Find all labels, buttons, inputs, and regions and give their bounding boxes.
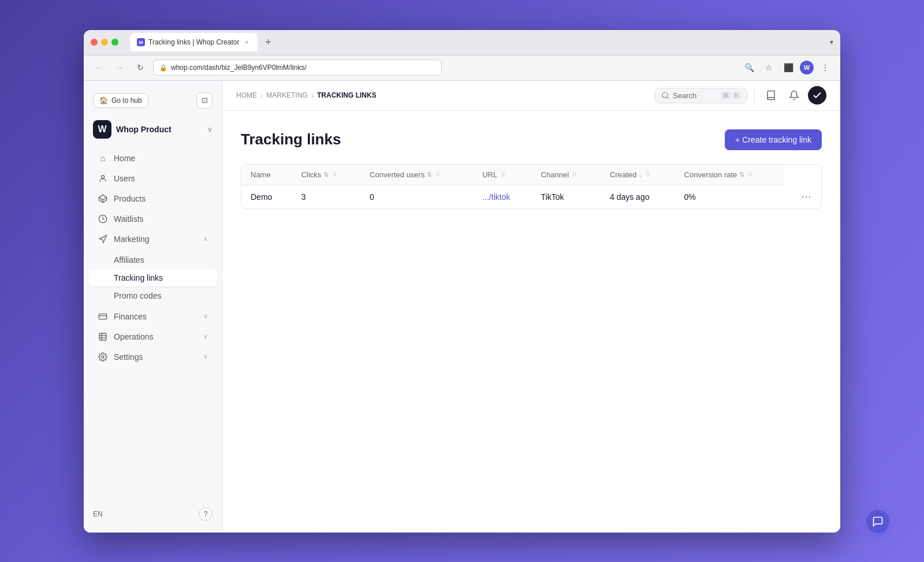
- clicks-sort-icon: ⇅: [323, 171, 329, 178]
- sidebar-item-tracking-links[interactable]: Tracking links: [88, 269, 217, 286]
- maximize-window-button[interactable]: [111, 39, 118, 46]
- cell-name: Demo: [241, 185, 292, 209]
- url-bar[interactable]: 🔒 whop.com/dash/biz_JelB9yn6VP0lmM/links…: [153, 59, 442, 76]
- sidebar-item-marketing[interactable]: Marketing ∧: [88, 229, 217, 249]
- search-box[interactable]: Search ⌘ K: [655, 88, 747, 103]
- lock-icon: 🔒: [159, 64, 167, 72]
- sidebar-toggle-icon[interactable]: ⬛: [780, 59, 796, 76]
- search-icon: [661, 91, 669, 99]
- table-header-row: Name Clicks ⇅ ⠿: [241, 165, 821, 185]
- sidebar-item-operations-label: Operations: [114, 332, 198, 341]
- tab-close-button[interactable]: ×: [243, 38, 251, 46]
- sidebar-item-products[interactable]: Products: [88, 189, 217, 209]
- sidebar-item-products-label: Products: [114, 194, 208, 203]
- clicks-grip-icon: ⠿: [332, 171, 337, 178]
- zoom-icon[interactable]: 🔍: [741, 59, 757, 76]
- sidebar-item-waitlists[interactable]: Waitlists: [88, 209, 217, 229]
- address-bar-container: ← → ↻ 🔒 whop.com/dash/biz_JelB9yn6VP0lmM…: [84, 55, 840, 81]
- cell-url[interactable]: .../tiktok: [473, 185, 531, 209]
- sidebar-collapse-button[interactable]: ⊡: [196, 92, 213, 109]
- active-tab[interactable]: M Tracking links | Whop Creator ×: [130, 33, 258, 51]
- search-shortcut: ⌘ K: [721, 92, 741, 99]
- operations-icon: [98, 332, 108, 342]
- book-icon[interactable]: [762, 86, 780, 105]
- waitlists-icon: [98, 214, 108, 224]
- sidebar-item-operations[interactable]: Operations ∨: [88, 327, 217, 347]
- settings-chevron-icon: ∨: [203, 353, 208, 360]
- url-link[interactable]: .../tiktok: [482, 192, 510, 202]
- minimize-window-button[interactable]: [101, 39, 108, 46]
- product-logo: W: [93, 120, 111, 139]
- finances-chevron-icon: ∨: [203, 312, 208, 320]
- sidebar-item-home[interactable]: ⌂ Home: [88, 148, 217, 168]
- user-avatar[interactable]: [808, 86, 826, 105]
- users-icon: [98, 173, 108, 184]
- finances-icon: [98, 311, 108, 322]
- col-conversion-rate[interactable]: Conversion rate ⇅ ⠿: [675, 165, 785, 185]
- cell-conversion-rate: 0%: [675, 185, 785, 209]
- col-converted-users[interactable]: Converted users ⇅ ⠿: [360, 165, 473, 185]
- operations-chevron-icon: ∨: [203, 333, 208, 340]
- tab-title: Tracking links | Whop Creator: [148, 38, 239, 46]
- sidebar-item-waitlists-label: Waitlists: [114, 214, 208, 224]
- shortcut-key: K: [732, 92, 741, 99]
- svg-line-14: [667, 97, 669, 99]
- menu-icon[interactable]: ⋮: [817, 59, 833, 76]
- product-selector[interactable]: W Whop Product ∨: [84, 116, 222, 143]
- svg-line-4: [99, 197, 103, 200]
- tracking-links-table: Name Clicks ⇅ ⠿: [241, 164, 822, 209]
- new-tab-button[interactable]: +: [260, 34, 276, 50]
- col-created[interactable]: Created ↓ ⠿: [601, 165, 675, 185]
- svg-line-3: [103, 197, 107, 200]
- help-button[interactable]: ?: [199, 507, 213, 521]
- sidebar-footer: EN ?: [84, 503, 222, 526]
- create-tracking-link-button[interactable]: + Create tracking link: [725, 129, 822, 150]
- converted-grip-icon: ⠿: [435, 171, 440, 178]
- sidebar-item-users[interactable]: Users: [88, 169, 217, 188]
- col-channel[interactable]: Channel ⠿: [532, 165, 601, 185]
- sidebar: 🏠 Go to hub ⊡ W Whop Product ∨ ⌂ Home: [84, 81, 222, 533]
- close-window-button[interactable]: [91, 39, 98, 46]
- converted-sort-icon: ⇅: [427, 171, 432, 178]
- sidebar-item-settings[interactable]: Settings ∨: [88, 347, 217, 367]
- conversion-sort-icon: ⇅: [739, 171, 744, 178]
- shortcut-cmd: ⌘: [721, 92, 731, 99]
- search-label: Search: [673, 91, 717, 100]
- nav-section: ⌂ Home Users: [84, 148, 222, 367]
- language-selector[interactable]: EN: [93, 510, 103, 518]
- row-actions-button[interactable]: ···: [785, 185, 821, 209]
- marketing-subitems: Affiliates Tracking links Promo codes: [84, 250, 222, 306]
- breadcrumb-marketing[interactable]: MARKETING: [266, 91, 307, 99]
- breadcrumb-home[interactable]: HOME: [236, 91, 257, 99]
- profile-badge[interactable]: W: [800, 61, 814, 75]
- addressbar-actions: 🔍 ☆ ⬛ W ⋮: [741, 59, 833, 76]
- svg-point-0: [101, 175, 104, 178]
- sidebar-item-affiliates[interactable]: Affiliates: [88, 251, 217, 269]
- affiliates-label: Affiliates: [114, 255, 144, 265]
- goto-hub-button[interactable]: 🏠 Go to hub: [93, 93, 148, 108]
- col-clicks[interactable]: Clicks ⇅ ⠿: [292, 165, 360, 185]
- channel-grip-icon: ⠿: [572, 171, 577, 178]
- products-icon: [98, 193, 108, 204]
- cell-converted-users: 0: [360, 185, 473, 209]
- goto-hub-label: Go to hub: [111, 96, 142, 105]
- tab-dropdown-button[interactable]: ▾: [830, 38, 833, 46]
- forward-button[interactable]: →: [111, 59, 128, 76]
- col-url[interactable]: URL ⠿: [473, 165, 531, 185]
- url-text: whop.com/dash/biz_JelB9yn6VP0lmM/links/: [171, 64, 307, 72]
- svg-point-13: [662, 92, 668, 98]
- reload-button[interactable]: ↻: [132, 59, 148, 76]
- page-content: Tracking links + Create tracking link Na…: [222, 111, 840, 533]
- created-sort-icon: ↓: [639, 171, 642, 178]
- bell-icon[interactable]: [785, 86, 803, 105]
- sidebar-item-finances[interactable]: Finances ∨: [88, 307, 217, 326]
- sidebar-item-finances-label: Finances: [114, 312, 198, 321]
- back-button[interactable]: ←: [91, 59, 107, 76]
- bookmark-icon[interactable]: ☆: [761, 59, 777, 76]
- traffic-lights[interactable]: [91, 39, 118, 46]
- cell-clicks: 3: [292, 185, 360, 209]
- sidebar-item-promo-codes[interactable]: Promo codes: [88, 287, 217, 304]
- main-content: HOME › MARKETING › TRACKING LINKS Search…: [222, 81, 840, 533]
- page-header: Tracking links + Create tracking link: [241, 129, 822, 150]
- created-grip-icon: ⠿: [646, 171, 650, 178]
